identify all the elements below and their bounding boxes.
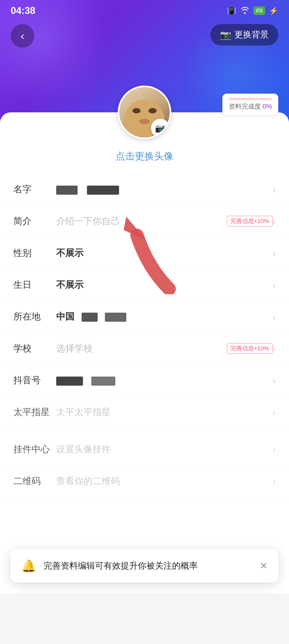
qrcode-label: 二维码 — [13, 475, 51, 487]
avatar-button[interactable]: 📷 — [118, 86, 171, 139]
gender-value: 不展示 — [51, 247, 273, 259]
completion-pct: 0% — [263, 103, 272, 110]
douyin-chevron: › — [273, 375, 276, 386]
star-label: 太平指星 — [13, 406, 51, 418]
location-redacted2 — [105, 313, 126, 322]
birthday-row[interactable]: 生日 不展示 › — [0, 269, 289, 301]
notification-bar: 🔔 完善资料编辑可有效提升你被关注的概率 ✕ — [11, 549, 278, 582]
douyin-row[interactable]: 抖音号 › — [0, 365, 289, 396]
notification-bell-icon: 🔔 — [21, 559, 36, 573]
camera-icon: 📷 — [155, 123, 166, 133]
completion-text: 资料完成度 0% — [229, 102, 272, 111]
gender-row[interactable]: 性别 不展示 › — [0, 237, 289, 269]
widget-row[interactable]: 挂件中心 设置头像挂件 › — [0, 434, 289, 465]
profile-form: 名字 › 简介 介绍一下你自己 完善信息+10% › 性别 不展示 › — [0, 174, 289, 428]
name-redacted — [56, 186, 78, 195]
school-chevron: › — [273, 343, 276, 354]
notification-text: 完善资料编辑可有效提升你被关注的概率 — [44, 560, 252, 572]
name-chevron: › — [273, 184, 276, 195]
status-time: 04:38 — [11, 5, 35, 16]
widget-label: 挂件中心 — [13, 443, 51, 455]
status-icons: 📳 69 ⚡ — [227, 6, 278, 16]
completion-badge: 资料完成度 0% — [222, 94, 278, 115]
avatar-area: 📷 资料完成度 0% 点击更换头像 名字 — [0, 112, 289, 428]
qrcode-row[interactable]: 二维码 查看你的二维码 › — [0, 465, 289, 497]
change-background-button[interactable]: 📷 更换背景 — [210, 24, 278, 45]
qrcode-chevron: › — [273, 476, 276, 486]
douyin-redacted — [56, 377, 83, 386]
school-value: 选择学校 — [51, 342, 223, 355]
back-icon: ‹ — [21, 30, 24, 42]
completion-bar — [229, 98, 272, 100]
birthday-label: 生日 — [13, 279, 51, 291]
school-badge: 完善信息+10% — [227, 343, 273, 354]
back-button[interactable]: ‹ — [11, 24, 34, 48]
star-chevron: › — [273, 407, 276, 417]
gender-label: 性别 — [13, 247, 51, 259]
douyin-redacted2 — [91, 377, 115, 386]
widget-value: 设置头像挂件 — [51, 443, 273, 455]
location-chevron: › — [273, 312, 276, 322]
bio-value: 介绍一下你自己 — [51, 215, 223, 227]
bio-badge: 完善信息+10% — [227, 216, 273, 227]
name-label: 名字 — [13, 183, 51, 195]
camera-overlay: 📷 — [151, 119, 170, 137]
bio-row[interactable]: 简介 介绍一下你自己 完善信息+10% › — [0, 205, 289, 237]
change-bg-label: 更换背景 — [234, 29, 269, 41]
bio-chevron: › — [273, 216, 276, 227]
bio-label: 简介 — [13, 215, 51, 227]
change-avatar-label[interactable]: 点击更换头像 — [116, 144, 173, 163]
wifi-icon — [240, 6, 250, 16]
location-row[interactable]: 所在地 中国 › — [0, 301, 289, 333]
qrcode-value: 查看你的二维码 — [51, 475, 273, 487]
lightning-icon: ⚡ — [269, 6, 278, 15]
school-row[interactable]: 学校 选择学校 完善信息+10% › — [0, 333, 289, 365]
location-redacted — [82, 313, 98, 322]
notification-close-button[interactable]: ✕ — [260, 560, 268, 572]
star-row[interactable]: 太平指星 太平太平指星 › — [0, 396, 289, 428]
school-label: 学校 — [13, 342, 51, 355]
battery-icon: 69 — [253, 6, 265, 15]
birthday-chevron: › — [273, 280, 276, 290]
star-value: 太平太平指星 — [51, 406, 273, 418]
status-bar: 04:38 📳 69 ⚡ — [0, 0, 289, 21]
douyin-label: 抖音号 — [13, 374, 51, 386]
widget-chevron: › — [273, 444, 276, 455]
location-value: 中国 — [51, 310, 273, 323]
vibrate-icon: 📳 — [227, 6, 236, 15]
camera-bg-icon: 📷 — [220, 29, 231, 40]
douyin-value — [51, 375, 273, 385]
profile-card: 📷 资料完成度 0% 点击更换头像 名字 — [0, 112, 289, 594]
location-label: 所在地 — [13, 310, 51, 323]
birthday-value: 不展示 — [51, 279, 273, 291]
name-value — [51, 184, 273, 194]
name-row[interactable]: 名字 › — [0, 174, 289, 205]
gender-chevron: › — [273, 248, 276, 258]
name-redacted2 — [87, 186, 119, 195]
bottom-form-rows: 挂件中心 设置头像挂件 › 二维码 查看你的二维码 › — [0, 428, 289, 497]
